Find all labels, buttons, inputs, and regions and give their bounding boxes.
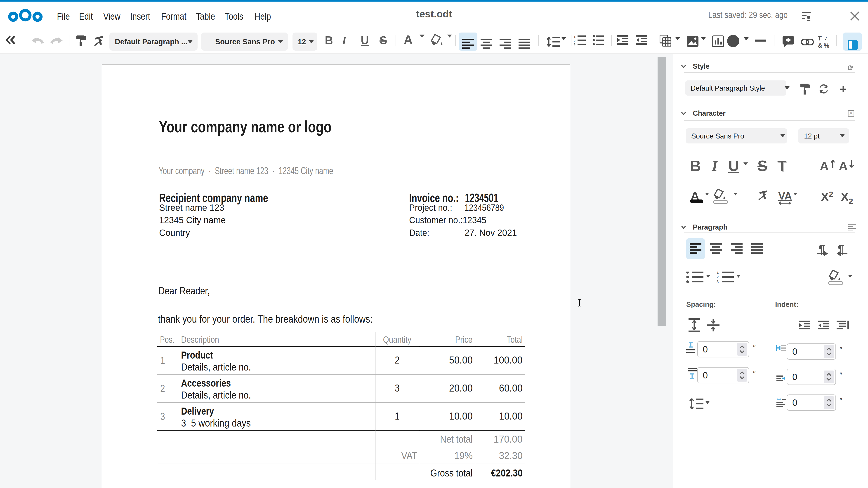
svg-text:♪: ♪ bbox=[825, 35, 828, 41]
svg-text:3: 3 bbox=[574, 42, 576, 46]
svg-text:&: & bbox=[818, 42, 822, 48]
svg-text:T: T bbox=[818, 35, 822, 42]
svg-text:%: % bbox=[824, 42, 829, 48]
svg-text:1: 1 bbox=[574, 35, 576, 39]
svg-text:2: 2 bbox=[717, 275, 719, 279]
svg-text:3: 3 bbox=[717, 280, 719, 283]
svg-text:1: 1 bbox=[717, 271, 719, 274]
svg-text:A: A bbox=[849, 111, 852, 116]
svg-text:2: 2 bbox=[574, 39, 576, 43]
